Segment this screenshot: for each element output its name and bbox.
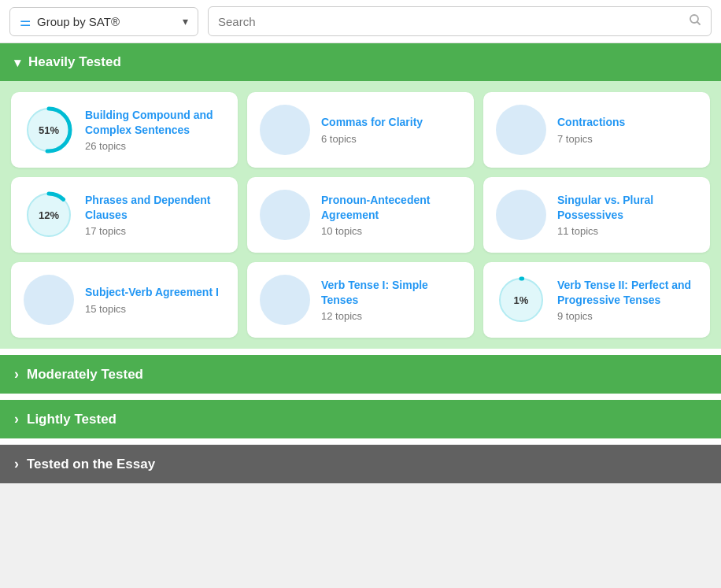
- chevron-right-icon-essay: ›: [14, 456, 19, 472]
- empty-circle-pronoun: [260, 190, 310, 240]
- card-text-singular: Singular vs. Plural Possessives 11 topic…: [557, 193, 697, 236]
- chevron-right-icon-moderately: ›: [14, 366, 19, 383]
- card-topics-pronoun: 10 topics: [321, 225, 461, 237]
- search-icon: [689, 13, 701, 29]
- section-tested-essay: › Tested on the Essay: [0, 445, 721, 483]
- card-title-verb-simple: Verb Tense I: Simple Tenses: [321, 278, 461, 306]
- card-title-subject-verb: Subject-Verb Agreement I: [85, 285, 219, 299]
- card-title-building-compound: Building Compound and Complex Sentences: [85, 108, 225, 136]
- empty-circle-verb-simple: [260, 275, 310, 325]
- card-text-pronoun: Pronoun-Antecedent Agreement 10 topics: [321, 193, 461, 236]
- empty-circle-subject-verb: [24, 275, 74, 325]
- section-lightly-tested: › Lightly Tested: [0, 400, 721, 438]
- chevron-right-icon-lightly: ›: [14, 411, 19, 427]
- section-title-lightly-tested: Lightly Tested: [27, 412, 116, 427]
- card-text-phrases: Phrases and Dependent Clauses 17 topics: [85, 193, 225, 236]
- card-contractions[interactable]: Contractions 7 topics: [483, 92, 710, 168]
- section-header-heavily-tested[interactable]: ▾ Heavily Tested: [0, 43, 721, 81]
- section-title-tested-essay: Tested on the Essay: [27, 457, 155, 472]
- section-title-heavily-tested: Heavily Tested: [28, 54, 121, 70]
- card-text-building-compound: Building Compound and Complex Sentences …: [85, 108, 225, 151]
- card-commas-for-clarity[interactable]: Commas for Clarity 6 topics: [247, 92, 474, 168]
- section-moderately-tested: › Moderately Tested: [0, 355, 721, 394]
- section-header-lightly-tested[interactable]: › Lightly Tested: [0, 400, 721, 438]
- search-bar: [208, 6, 712, 36]
- group-by-label: Group by SAT®: [37, 15, 176, 28]
- card-phrases-dependent[interactable]: 12% Phrases and Dependent Clauses 17 top…: [11, 177, 238, 253]
- progress-circle-12: 12%: [24, 190, 74, 240]
- card-title-pronoun: Pronoun-Antecedent Agreement: [321, 193, 461, 221]
- card-text-verb-perfect: Verb Tense II: Perfect and Progressive T…: [557, 278, 697, 321]
- section-header-moderately-tested[interactable]: › Moderately Tested: [0, 355, 721, 394]
- card-topics-subject-verb: 15 topics: [85, 303, 219, 315]
- card-topics-contractions: 7 topics: [557, 133, 625, 145]
- card-subject-verb[interactable]: Subject-Verb Agreement I 15 topics: [11, 262, 238, 338]
- section-content-heavily-tested: 51% Building Compound and Complex Senten…: [0, 81, 721, 349]
- card-text-verb-simple: Verb Tense I: Simple Tenses 12 topics: [321, 278, 461, 321]
- header: ⚌ Group by SAT® ▾: [0, 0, 721, 43]
- card-title-phrases: Phrases and Dependent Clauses: [85, 193, 225, 221]
- app-container: ⚌ Group by SAT® ▾ ▾ Heavily Tested: [0, 0, 721, 483]
- progress-percent-1: 1%: [514, 294, 529, 306]
- card-verb-tense-simple[interactable]: Verb Tense I: Simple Tenses 12 topics: [247, 262, 474, 338]
- section-heavily-tested: ▾ Heavily Tested 51% Building Compound a…: [0, 43, 721, 349]
- card-singular-plural[interactable]: Singular vs. Plural Possessives 11 topic…: [483, 177, 710, 253]
- chevron-down-icon: ▾: [14, 55, 20, 70]
- card-verb-tense-perfect[interactable]: 1% Verb Tense II: Perfect and Progressiv…: [483, 262, 710, 338]
- card-topics-phrases: 17 topics: [85, 225, 225, 237]
- progress-percent-51: 51%: [39, 124, 59, 136]
- card-text-contractions: Contractions 7 topics: [557, 115, 625, 144]
- progress-percent-12: 12%: [39, 209, 59, 221]
- card-topics-commas: 6 topics: [321, 133, 423, 145]
- empty-circle-contractions: [496, 105, 546, 155]
- card-text-subject-verb: Subject-Verb Agreement I 15 topics: [85, 285, 219, 314]
- card-title-commas: Commas for Clarity: [321, 115, 423, 129]
- card-pronoun-antecedent[interactable]: Pronoun-Antecedent Agreement 10 topics: [247, 177, 474, 253]
- section-title-moderately-tested: Moderately Tested: [27, 367, 143, 383]
- empty-circle-singular: [496, 190, 546, 240]
- empty-circle-commas: [260, 105, 310, 155]
- svg-line-1: [697, 22, 701, 25]
- progress-circle-1: 1%: [496, 275, 546, 325]
- cards-grid: 51% Building Compound and Complex Senten…: [11, 92, 710, 338]
- card-topics-verb-perfect: 9 topics: [557, 310, 697, 322]
- filter-icon: ⚌: [20, 14, 31, 29]
- card-topics-singular: 11 topics: [557, 225, 697, 237]
- progress-circle-51: 51%: [24, 105, 74, 155]
- group-by-chevron-icon: ▾: [183, 15, 188, 28]
- card-title-contractions: Contractions: [557, 115, 625, 129]
- section-header-tested-essay[interactable]: › Tested on the Essay: [0, 445, 721, 483]
- card-title-singular: Singular vs. Plural Possessives: [557, 193, 697, 221]
- card-title-verb-perfect: Verb Tense II: Perfect and Progressive T…: [557, 278, 697, 306]
- card-topics-building-compound: 26 topics: [85, 140, 225, 152]
- card-topics-verb-simple: 12 topics: [321, 310, 461, 322]
- card-building-compound[interactable]: 51% Building Compound and Complex Senten…: [11, 92, 238, 168]
- group-by-select[interactable]: ⚌ Group by SAT® ▾: [9, 7, 198, 36]
- search-input[interactable]: [218, 15, 682, 28]
- card-text-commas: Commas for Clarity 6 topics: [321, 115, 423, 144]
